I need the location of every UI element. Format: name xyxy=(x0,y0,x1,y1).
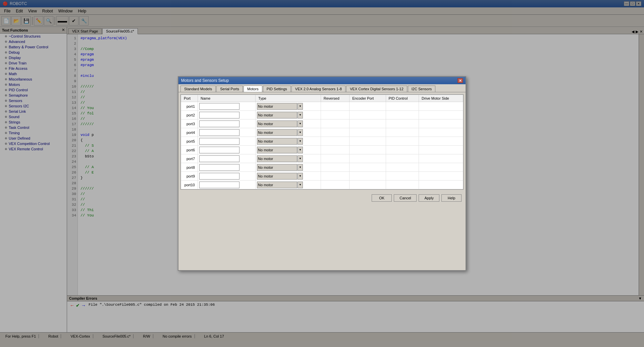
col-header-name: Name xyxy=(198,95,256,102)
type-select-port3[interactable]: No motor xyxy=(257,120,297,127)
dialog-tab-motors[interactable]: Motors xyxy=(244,86,262,92)
type-select-wrap-port3: No motor ▼ xyxy=(257,120,319,127)
type-select-port8[interactable]: No motor xyxy=(257,164,297,171)
port-label-port10: port10 xyxy=(181,181,198,189)
drive-cell-port10 xyxy=(419,181,463,189)
type-select-port2[interactable]: No motor xyxy=(257,112,297,118)
name-cell-port6 xyxy=(198,146,256,154)
dialog-tab-vex-analog[interactable]: VEX 2.0 Analog Sensors 1-8 xyxy=(291,86,345,92)
select-arrow-port1[interactable]: ▼ xyxy=(298,103,303,110)
dialog-tab-vex-digital[interactable]: VEX Cortex Digital Sensors 1-12 xyxy=(346,86,407,92)
col-header-type: Type xyxy=(256,95,321,102)
motors-table-row: port6 No motor ▼ xyxy=(181,146,463,154)
reversed-cell-port2 xyxy=(321,111,349,119)
name-input-port10[interactable] xyxy=(199,182,239,188)
type-cell-port8: No motor ▼ xyxy=(256,163,321,172)
type-select-wrap-port8: No motor ▼ xyxy=(257,164,319,171)
name-input-port6[interactable] xyxy=(199,147,239,153)
dialog-help-button[interactable]: Help xyxy=(441,194,462,202)
name-input-port7[interactable] xyxy=(199,155,239,162)
drive-cell-port7 xyxy=(419,154,463,163)
pid-cell-port3 xyxy=(386,119,419,128)
type-select-port7[interactable]: No motor xyxy=(257,155,297,162)
name-input-port4[interactable] xyxy=(199,129,239,136)
col-header-encoder: Encoder Port xyxy=(350,95,386,102)
reversed-cell-port7 xyxy=(321,154,349,163)
select-arrow-port5[interactable]: ▼ xyxy=(298,138,303,145)
name-input-port1[interactable] xyxy=(199,103,239,110)
encoder-cell-port8 xyxy=(350,163,386,172)
name-cell-port3 xyxy=(198,119,256,128)
dialog-title: Motors and Sensors Setup xyxy=(181,78,229,83)
type-cell-port10: No motor ▼ xyxy=(256,181,321,189)
name-input-port5[interactable] xyxy=(199,138,239,145)
type-cell-port1: No motor ▼ xyxy=(256,102,321,111)
pid-cell-port8 xyxy=(386,163,419,172)
dialog-tab-serial-ports[interactable]: Serial Ports xyxy=(216,86,243,92)
motors-table-row: port8 No motor ▼ xyxy=(181,163,463,172)
col-header-pid: PID Control xyxy=(386,95,419,102)
pid-cell-port1 xyxy=(386,102,419,111)
motors-sensors-dialog: Motors and Sensors Setup ✕ Standard Mode… xyxy=(178,76,466,271)
dialog-close-button[interactable]: ✕ xyxy=(458,78,463,83)
type-select-wrap-port4: No motor ▼ xyxy=(257,129,319,136)
port-label-port4: port4 xyxy=(181,128,198,137)
pid-cell-port5 xyxy=(386,137,419,146)
dialog-apply-button[interactable]: Apply xyxy=(419,194,439,202)
encoder-cell-port6 xyxy=(350,146,386,154)
col-header-drive: Drive Motor Side xyxy=(419,95,463,102)
pid-cell-port9 xyxy=(386,172,419,181)
select-arrow-port4[interactable]: ▼ xyxy=(298,129,303,136)
type-select-port4[interactable]: No motor xyxy=(257,129,297,136)
name-cell-port9 xyxy=(198,172,256,181)
select-arrow-port6[interactable]: ▼ xyxy=(298,147,303,153)
drive-cell-port3 xyxy=(419,119,463,128)
port-label-port9: port9 xyxy=(181,172,198,181)
name-input-port2[interactable] xyxy=(199,112,239,118)
dialog-tab-standard-models[interactable]: Standard Models xyxy=(180,86,216,92)
type-select-wrap-port7: No motor ▼ xyxy=(257,155,319,162)
port-label-port3: port3 xyxy=(181,119,198,128)
name-cell-port1 xyxy=(198,102,256,111)
select-arrow-port9[interactable]: ▼ xyxy=(298,173,303,180)
dialog-ok-button[interactable]: OK xyxy=(372,194,392,202)
pid-cell-port2 xyxy=(386,111,419,119)
motors-table-row: port10 No motor ▼ xyxy=(181,181,463,189)
dialog-motors-table-container: Port Name Type Reversed Encoder Port PID… xyxy=(180,94,464,190)
select-arrow-port10[interactable]: ▼ xyxy=(298,182,303,188)
drive-cell-port9 xyxy=(419,172,463,181)
encoder-cell-port1 xyxy=(350,102,386,111)
port-label-port1: port1 xyxy=(181,102,198,111)
pid-cell-port10 xyxy=(386,181,419,189)
reversed-cell-port4 xyxy=(321,128,349,137)
motors-table-row: port9 No motor ▼ xyxy=(181,172,463,181)
reversed-cell-port8 xyxy=(321,163,349,172)
select-arrow-port2[interactable]: ▼ xyxy=(298,112,303,118)
drive-cell-port2 xyxy=(419,111,463,119)
type-cell-port3: No motor ▼ xyxy=(256,119,321,128)
port-label-port7: port7 xyxy=(181,154,198,163)
type-select-port9[interactable]: No motor xyxy=(257,173,297,180)
name-input-port9[interactable] xyxy=(199,173,239,180)
select-arrow-port7[interactable]: ▼ xyxy=(298,155,303,162)
type-select-port5[interactable]: No motor xyxy=(257,138,297,145)
reversed-cell-port5 xyxy=(321,137,349,146)
dialog-tabs: Standard Models Serial Ports Motors PID … xyxy=(178,84,466,92)
type-select-port1[interactable]: No motor xyxy=(257,103,297,110)
pid-cell-port7 xyxy=(386,154,419,163)
type-select-port6[interactable]: No motor xyxy=(257,147,297,153)
motors-table-row: port7 No motor ▼ xyxy=(181,154,463,163)
dialog-tab-i2c[interactable]: I2C Sensors xyxy=(408,86,436,92)
name-input-port8[interactable] xyxy=(199,164,239,171)
type-select-port10[interactable]: No motor xyxy=(257,182,297,188)
reversed-cell-port9 xyxy=(321,172,349,181)
dialog-cancel-button[interactable]: Cancel xyxy=(394,194,417,202)
select-arrow-port8[interactable]: ▼ xyxy=(298,164,303,171)
dialog-tab-pid-settings[interactable]: PID Settings xyxy=(263,86,291,92)
name-cell-port5 xyxy=(198,137,256,146)
type-cell-port5: No motor ▼ xyxy=(256,137,321,146)
name-cell-port4 xyxy=(198,128,256,137)
name-input-port3[interactable] xyxy=(199,120,239,127)
select-arrow-port3[interactable]: ▼ xyxy=(298,120,303,127)
type-cell-port4: No motor ▼ xyxy=(256,128,321,137)
